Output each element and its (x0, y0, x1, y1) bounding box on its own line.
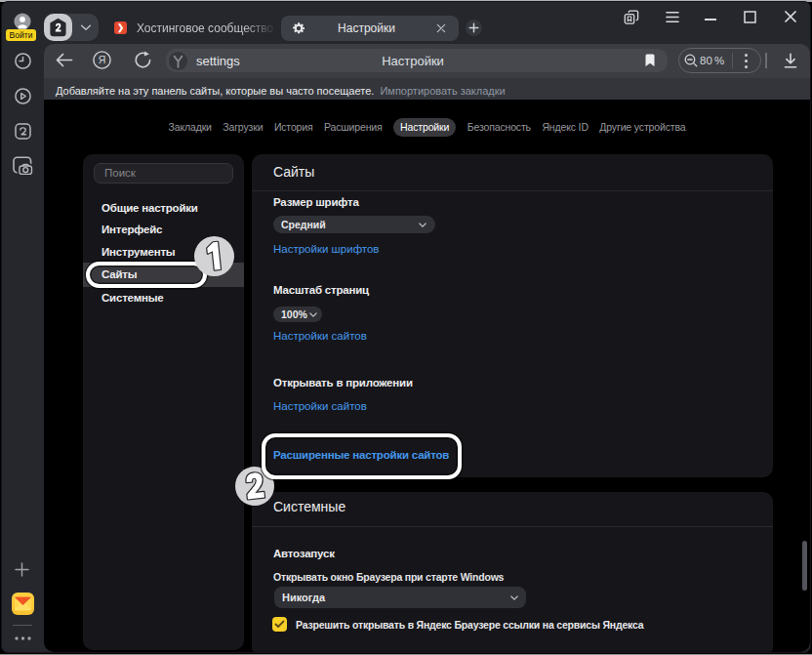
svg-text:Я: Я (99, 54, 106, 65)
